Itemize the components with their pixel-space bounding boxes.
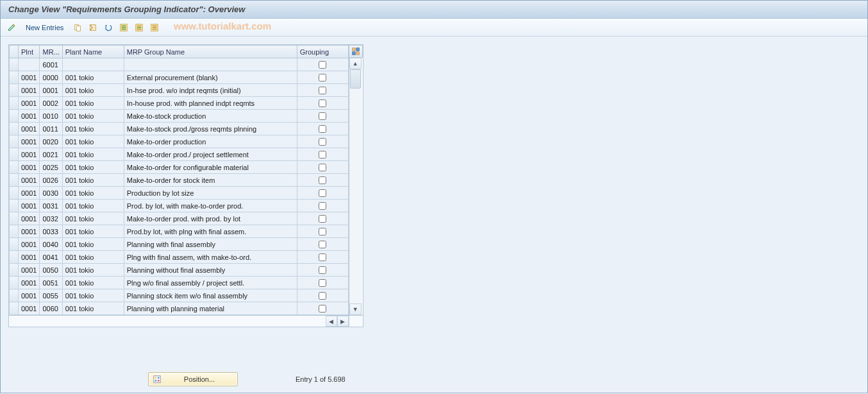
table-row[interactable]: 00010060001 tokioPlanning with planning … [10,302,349,315]
grouping-checkbox[interactable] [319,266,326,274]
new-entries-button[interactable]: New Entries [20,21,69,34]
cell-mr[interactable]: 0001 [40,84,62,97]
cell-grouping[interactable] [297,148,348,161]
cell-mr[interactable]: 0020 [40,135,62,148]
cell-grouping[interactable] [297,251,348,264]
cell-plnt[interactable]: 0001 [19,212,40,225]
row-selector[interactable] [10,225,19,238]
cell-grouping[interactable] [297,225,348,238]
grouping-checkbox[interactable] [319,112,326,120]
col-mr[interactable]: MR... [40,46,62,58]
cell-grouping[interactable] [297,289,348,302]
cell-grouping[interactable] [297,71,348,84]
cell-mrp-group-name[interactable]: Make-to-order prod./ project settlement [124,148,297,161]
cell-grouping[interactable] [297,110,348,123]
row-selector[interactable] [10,161,19,174]
table-row[interactable]: 00010001001 tokioIn-hse prod. w/o indpt … [10,84,349,97]
delete-icon[interactable] [86,21,100,34]
scroll-thumb[interactable] [350,69,361,89]
cell-plnt[interactable]: 0001 [19,97,40,110]
change-display-icon[interactable] [4,21,19,34]
grouping-checkbox[interactable] [319,279,326,287]
cell-plnt[interactable]: 0001 [19,123,40,135]
select-all-icon[interactable] [117,21,131,34]
cell-plant-name[interactable]: 001 tokio [62,110,124,123]
table-row[interactable]: 00010031001 tokioProd. by lot, with make… [10,200,349,212]
row-selector[interactable] [10,110,19,123]
col-plnt[interactable]: Plnt [19,46,40,58]
row-selector[interactable] [10,123,19,135]
cell-mrp-group-name[interactable]: Planning without final assembly [124,264,297,277]
cell-mrp-group-name[interactable] [124,58,297,71]
undo-icon[interactable] [101,21,115,34]
col-plant-name[interactable]: Plant Name [62,46,124,58]
cell-grouping[interactable] [297,302,348,315]
col-grouping[interactable]: Grouping [297,46,348,58]
row-selector[interactable] [10,238,19,251]
cell-mr[interactable]: 0051 [40,277,62,289]
cell-plnt[interactable]: 0001 [19,71,40,84]
cell-mrp-group-name[interactable]: Planning with final assembly [124,238,297,251]
grouping-checkbox[interactable] [319,99,326,107]
cell-mr[interactable]: 6001 [40,58,62,71]
cell-plant-name[interactable]: 001 tokio [62,289,124,302]
row-selector[interactable] [10,264,19,277]
cell-mr[interactable]: 0060 [40,302,62,315]
table-row[interactable]: 00010000001 tokioExternal procurement (b… [10,71,349,84]
cell-grouping[interactable] [297,200,348,212]
cell-plnt[interactable]: 0001 [19,251,40,264]
cell-plant-name[interactable]: 001 tokio [62,277,124,289]
table-row[interactable]: 00010030001 tokioProduction by lot size [10,187,349,200]
scroll-left-icon[interactable]: ◀ [326,316,337,327]
cell-mrp-group-name[interactable]: Planning stock item w/o final assembly [124,289,297,302]
cell-plnt[interactable] [19,58,40,71]
cell-grouping[interactable] [297,123,348,135]
row-selector[interactable] [10,97,19,110]
cell-plant-name[interactable]: 001 tokio [62,302,124,315]
cell-plant-name[interactable]: 001 tokio [62,148,124,161]
cell-grouping[interactable] [297,174,348,187]
cell-mrp-group-name[interactable]: Prod.by lot, with plng with final assem. [124,225,297,238]
grouping-checkbox[interactable] [319,292,326,300]
cell-mrp-group-name[interactable]: Prod. by lot, with make-to-order prod. [124,200,297,212]
cell-mrp-group-name[interactable]: Plng with final assem, with make-to-ord. [124,251,297,264]
grouping-checkbox[interactable] [319,151,326,158]
grouping-checkbox[interactable] [319,189,326,197]
table-row[interactable]: 00010010001 tokioMake-to-stock productio… [10,110,349,123]
cell-plant-name[interactable]: 001 tokio [62,123,124,135]
cell-mr[interactable]: 0000 [40,71,62,84]
grouping-checkbox[interactable] [319,138,326,146]
cell-plant-name[interactable]: 001 tokio [62,71,124,84]
table-row[interactable]: 00010025001 tokioMake-to-order for confi… [10,161,349,174]
scroll-down-icon[interactable]: ▼ [349,304,362,315]
table-row[interactable]: 00010040001 tokioPlanning with final ass… [10,238,349,251]
cell-plnt[interactable]: 0001 [19,135,40,148]
cell-plnt[interactable]: 0001 [19,187,40,200]
grouping-checkbox[interactable] [319,74,326,81]
cell-grouping[interactable] [297,264,348,277]
grouping-checkbox[interactable] [319,87,326,94]
cell-plnt[interactable]: 0001 [19,161,40,174]
cell-mrp-group-name[interactable]: Make-to-order production [124,135,297,148]
copy-as-icon[interactable] [71,21,85,34]
cell-grouping[interactable] [297,84,348,97]
cell-mr[interactable]: 0030 [40,187,62,200]
cell-plnt[interactable]: 0001 [19,174,40,187]
table-row[interactable]: 00010032001 tokioMake-to-order prod. wit… [10,212,349,225]
cell-mr[interactable]: 0026 [40,174,62,187]
cell-plnt[interactable]: 0001 [19,277,40,289]
table-row[interactable]: 00010020001 tokioMake-to-order productio… [10,135,349,148]
cell-mr[interactable]: 0025 [40,161,62,174]
row-selector[interactable] [10,289,19,302]
cell-mrp-group-name[interactable]: External procurement (blank) [124,71,297,84]
cell-plnt[interactable]: 0001 [19,110,40,123]
row-selector[interactable] [10,187,19,200]
cell-plnt[interactable]: 0001 [19,302,40,315]
cell-plant-name[interactable]: 001 tokio [62,97,124,110]
cell-plnt[interactable]: 0001 [19,225,40,238]
cell-plnt[interactable]: 0001 [19,200,40,212]
cell-mr[interactable]: 0050 [40,264,62,277]
grouping-checkbox[interactable] [319,61,326,69]
table-row[interactable]: 00010033001 tokioProd.by lot, with plng … [10,225,349,238]
cell-plant-name[interactable] [62,58,124,71]
